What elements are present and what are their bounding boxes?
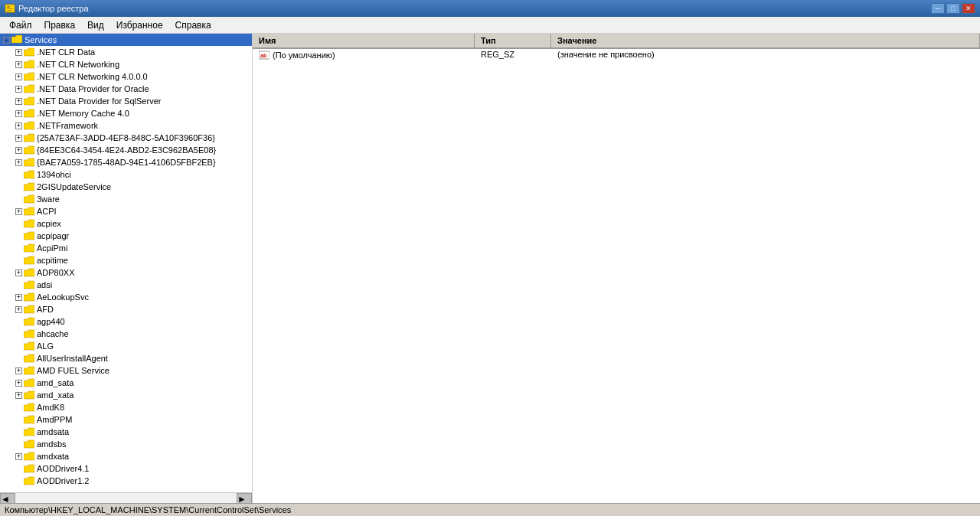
scroll-right-btn[interactable]: ► xyxy=(237,493,252,503)
svg-rect-2 xyxy=(7,8,13,9)
tree-item-label: ADP80XX xyxy=(37,268,75,277)
tree-item[interactable]: +amd_sata xyxy=(0,377,252,389)
menu-help[interactable]: Справка xyxy=(169,18,217,32)
tree-item[interactable]: adsi xyxy=(0,279,252,291)
folder-icon xyxy=(24,207,34,216)
col-header-type[interactable]: Тип xyxy=(475,34,551,47)
maximize-button[interactable]: □ xyxy=(946,3,960,14)
tree-item[interactable]: +.NET CLR Networking xyxy=(0,58,252,70)
tree-item[interactable]: ahcache xyxy=(0,328,252,340)
tree-item[interactable]: 1394ohci xyxy=(0,168,252,181)
tree-item[interactable]: acpitime xyxy=(0,254,252,266)
expander-icon[interactable]: + xyxy=(15,86,22,93)
tree-item[interactable]: acpipagr xyxy=(0,230,252,242)
tree-item[interactable]: +amd_xata xyxy=(0,389,252,401)
expander-icon[interactable]: + xyxy=(15,306,22,313)
tree-view[interactable]: − Services +.NET CLR Data+.NET CLR Netwo… xyxy=(0,34,252,492)
tree-item[interactable]: AODDriver4.1 xyxy=(0,462,252,475)
expander-icon[interactable]: + xyxy=(15,135,22,142)
expander-icon[interactable]: + xyxy=(15,98,22,105)
tree-item[interactable]: +.NET Data Provider for SqlServer xyxy=(0,95,252,107)
folder-icon xyxy=(24,182,34,191)
close-button[interactable]: ✕ xyxy=(962,3,975,14)
expander-icon[interactable]: + xyxy=(15,392,22,399)
menu-view[interactable]: Вид xyxy=(81,18,110,32)
tree-item[interactable]: AmdPPM xyxy=(0,413,252,426)
tree-item[interactable]: +AFD xyxy=(0,303,252,315)
col-header-name[interactable]: Имя xyxy=(253,34,475,47)
tree-item[interactable]: +{84EE3C64-3454-4E24-ABD2-E3C962BA5E08} xyxy=(0,144,252,156)
folder-icon xyxy=(24,268,34,277)
tree-item-label: 3ware xyxy=(37,194,60,204)
expander-icon[interactable]: + xyxy=(15,147,22,154)
status-path: Компьютер\HKEY_LOCAL_MACHINE\SYSTEM\Curr… xyxy=(5,505,291,514)
tree-item-services[interactable]: − Services xyxy=(0,34,252,46)
tree-item[interactable]: amdsata xyxy=(0,426,252,438)
tree-item[interactable]: +.NET Data Provider for Oracle xyxy=(0,83,252,95)
folder-icon xyxy=(24,341,34,351)
tree-item[interactable]: 2GISUpdateService xyxy=(0,181,252,193)
tree-item[interactable]: 3ware xyxy=(0,193,252,205)
tree-item[interactable]: +amdxata xyxy=(0,450,252,462)
horizontal-scrollbar[interactable]: ◄ ► xyxy=(0,492,252,503)
svg-rect-1 xyxy=(7,6,10,8)
expander-icon[interactable]: + xyxy=(15,294,22,301)
cell-name-default-label: (По умолчанию) xyxy=(273,51,335,60)
expander-icon[interactable]: + xyxy=(15,49,22,56)
tree-item-label: 1394ohci xyxy=(37,170,71,179)
tree-item[interactable]: AllUserInstallAgent xyxy=(0,352,252,364)
folder-icon xyxy=(24,403,34,412)
tree-item[interactable]: +.NETFramework xyxy=(0,119,252,132)
tree-item-label: amd_xata xyxy=(37,390,74,400)
folder-icon xyxy=(24,121,34,130)
expander-icon[interactable]: + xyxy=(15,367,22,374)
tree-item[interactable]: acpiex xyxy=(0,217,252,230)
tree-item[interactable]: AmdK8 xyxy=(0,401,252,413)
tree-item[interactable]: amdsbs xyxy=(0,438,252,450)
expander-icon[interactable]: + xyxy=(15,380,22,387)
menu-bar: Файл Правка Вид Избранное Справка xyxy=(0,17,980,34)
folder-icon xyxy=(24,109,34,118)
expander-icon[interactable]: + xyxy=(15,269,22,276)
tree-item[interactable]: +.NET Memory Cache 4.0 xyxy=(0,107,252,119)
tree-label-services: Services xyxy=(24,35,57,44)
table-body: ab (По умолчанию) REG_SZ (значение не пр… xyxy=(253,49,980,503)
folder-icon xyxy=(24,305,34,314)
tree-item[interactable]: +.NET CLR Networking 4.0.0.0 xyxy=(0,70,252,83)
tree-item[interactable]: +AeLookupSvc xyxy=(0,291,252,303)
tree-item-label: .NETFramework xyxy=(37,121,98,130)
expander-icon[interactable]: + xyxy=(15,73,22,80)
tree-item-label: AcpiPmi xyxy=(37,243,67,253)
menu-edit[interactable]: Правка xyxy=(38,18,82,32)
menu-file[interactable]: Файл xyxy=(3,18,38,32)
expander-icon[interactable]: + xyxy=(15,61,22,68)
col-header-value[interactable]: Значение xyxy=(551,34,980,47)
tree-item[interactable]: agp440 xyxy=(0,315,252,328)
expander-icon[interactable]: + xyxy=(15,453,22,460)
tree-item[interactable]: AcpiPmi xyxy=(0,242,252,254)
tree-item[interactable]: AODDriver1.2 xyxy=(0,475,252,487)
tree-item[interactable]: +{BAE7A059-1785-48AD-94E1-4106D5FBF2EB} xyxy=(0,156,252,168)
expander-icon[interactable]: + xyxy=(15,110,22,117)
right-panel: Имя Тип Значение ab (По умолчанию) REG_S… xyxy=(253,34,980,503)
folder-icon-services xyxy=(11,35,22,44)
tree-item[interactable]: +ACPI xyxy=(0,205,252,217)
folder-icon xyxy=(24,476,34,485)
table-row[interactable]: ab (По умолчанию) REG_SZ (значение не пр… xyxy=(253,49,980,61)
tree-item[interactable]: +.NET CLR Data xyxy=(0,46,252,58)
title-text: Редактор реестра xyxy=(18,4,89,13)
minimize-button[interactable]: ─ xyxy=(931,3,945,14)
tree-item[interactable]: +AMD FUEL Service xyxy=(0,364,252,377)
tree-item[interactable]: +ADP80XX xyxy=(0,266,252,279)
expander-icon[interactable]: + xyxy=(15,159,22,166)
menu-favorites[interactable]: Избранное xyxy=(110,18,169,32)
expander-icon[interactable]: + xyxy=(15,208,22,215)
expander-icon[interactable]: + xyxy=(15,122,22,129)
tree-item[interactable]: +{25A7E3AF-3ADD-4EF8-848C-5A10F3960F36} xyxy=(0,132,252,144)
tree-item-label: acpitime xyxy=(37,256,68,265)
expander-services[interactable]: − xyxy=(3,37,10,44)
scroll-left-btn[interactable]: ◄ xyxy=(0,493,15,503)
tree-item[interactable]: ALG xyxy=(0,340,252,352)
tree-item-label: adsi xyxy=(37,280,52,289)
folder-icon xyxy=(24,231,34,240)
